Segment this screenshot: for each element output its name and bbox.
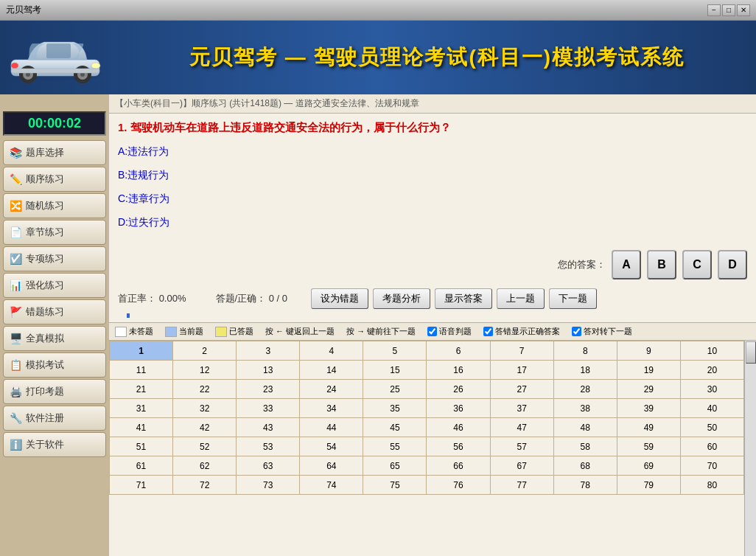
grid-cell-80[interactable]: 80 [681,476,744,495]
grid-cell-20[interactable]: 20 [681,361,744,380]
maximize-button[interactable]: □ [722,4,735,16]
sidebar-btn-random[interactable]: 🔀 随机练习 [3,193,106,218]
sidebar-btn-register[interactable]: 🔧 软件注册 [3,406,106,431]
grid-cell-13[interactable]: 13 [237,361,300,380]
sidebar-btn-question-bank[interactable]: 📚 题库选择 [3,140,106,165]
grid-cell-71[interactable]: 71 [110,476,173,495]
grid-cell-9[interactable]: 9 [617,341,681,361]
grid-cell-40[interactable]: 40 [681,399,744,418]
grid-cell-42[interactable]: 42 [173,418,237,437]
grid-cell-72[interactable]: 72 [173,476,237,495]
grid-cell-38[interactable]: 38 [554,399,617,418]
mark-mistake-button[interactable]: 设为错题 [311,288,368,309]
scrollbar-thumb[interactable] [746,341,756,364]
option-b[interactable]: B:违规行为 [118,167,747,184]
grid-cell-51[interactable]: 51 [110,437,173,456]
correct-display-checkbox[interactable] [483,327,493,336]
grid-cell-52[interactable]: 52 [173,437,237,456]
grid-cell-50[interactable]: 50 [681,418,744,437]
grid-cell-36[interactable]: 36 [427,399,490,418]
voice-checkbox[interactable] [427,327,437,336]
grid-cell-69[interactable]: 69 [617,456,681,476]
grid-cell-77[interactable]: 77 [491,476,554,495]
grid-cell-37[interactable]: 37 [491,399,554,418]
grid-cell-23[interactable]: 23 [237,380,300,399]
grid-cell-30[interactable]: 30 [681,380,744,399]
grid-cell-60[interactable]: 60 [681,437,744,456]
option-d[interactable]: D:过失行为 [118,215,747,231]
grid-cell-24[interactable]: 24 [300,380,363,399]
grid-cell-6[interactable]: 6 [427,341,490,361]
grid-cell-41[interactable]: 41 [110,418,173,437]
grid-cell-64[interactable]: 64 [300,456,363,476]
grid-cell-59[interactable]: 59 [617,437,681,456]
sidebar-btn-chapter[interactable]: 📄 章节练习 [3,220,106,245]
grid-cell-19[interactable]: 19 [617,361,681,380]
option-a[interactable]: A:违法行为 [118,144,747,160]
sidebar-btn-sequential[interactable]: ✏️ 顺序练习 [3,167,106,192]
grid-cell-45[interactable]: 45 [363,418,427,437]
grid-cell-31[interactable]: 31 [110,399,173,418]
grid-cell-67[interactable]: 67 [491,456,554,476]
grid-cell-5[interactable]: 5 [363,341,427,361]
grid-cell-22[interactable]: 22 [173,380,237,399]
next-button[interactable]: 下一题 [549,288,597,309]
minimize-button[interactable]: − [707,4,721,16]
grid-cell-76[interactable]: 76 [427,476,490,495]
grid-cell-32[interactable]: 32 [173,399,237,418]
grid-cell-79[interactable]: 79 [617,476,681,495]
sidebar-btn-about[interactable]: ℹ️ 关于软件 [3,432,106,457]
grid-cell-75[interactable]: 75 [363,476,427,495]
grid-cell-74[interactable]: 74 [300,476,363,495]
auto-next-checkbox-label[interactable]: 答对转下一题 [572,326,632,337]
sidebar-btn-print[interactable]: 🖨️ 打印考题 [3,379,106,404]
sidebar-btn-mistake[interactable]: 🚩 错题练习 [3,299,106,324]
grid-cell-68[interactable]: 68 [554,456,617,476]
grid-cell-2[interactable]: 2 [173,341,237,361]
grid-cell-15[interactable]: 15 [363,361,427,380]
grid-cell-73[interactable]: 73 [237,476,300,495]
close-button[interactable]: ✕ [737,4,750,16]
grid-cell-3[interactable]: 3 [237,341,300,361]
grid-cell-54[interactable]: 54 [300,437,363,456]
option-c[interactable]: C:违章行为 [118,191,747,207]
grid-cell-21[interactable]: 21 [110,380,173,399]
grid-cell-47[interactable]: 47 [491,418,554,437]
grid-cell-29[interactable]: 29 [617,380,681,399]
grid-cell-57[interactable]: 57 [491,437,554,456]
grid-cell-48[interactable]: 48 [554,418,617,437]
grid-cell-49[interactable]: 49 [617,418,681,437]
grid-cell-7[interactable]: 7 [491,341,554,361]
grid-cell-33[interactable]: 33 [237,399,300,418]
grid-cell-8[interactable]: 8 [554,341,617,361]
grid-cell-18[interactable]: 18 [554,361,617,380]
answer-btn-b[interactable]: B [647,250,676,279]
grid-cell-14[interactable]: 14 [300,361,363,380]
grid-cell-61[interactable]: 61 [110,456,173,476]
answer-btn-c[interactable]: C [682,250,712,279]
voice-checkbox-label[interactable]: 语音判题 [427,326,472,337]
show-answer-button[interactable]: 显示答案 [435,288,492,309]
sidebar-btn-special[interactable]: ☑️ 专项练习 [3,246,106,271]
grid-cell-35[interactable]: 35 [363,399,427,418]
grid-cell-12[interactable]: 12 [173,361,237,380]
grid-cell-27[interactable]: 27 [491,380,554,399]
grid-cell-55[interactable]: 55 [363,437,427,456]
grid-cell-26[interactable]: 26 [427,380,490,399]
analyze-button[interactable]: 考题分析 [373,288,430,309]
grid-cell-78[interactable]: 78 [554,476,617,495]
grid-cell-4[interactable]: 4 [300,341,363,361]
grid-cell-28[interactable]: 28 [554,380,617,399]
grid-cell-56[interactable]: 56 [427,437,490,456]
grid-cell-65[interactable]: 65 [363,456,427,476]
grid-cell-17[interactable]: 17 [491,361,554,380]
grid-cell-58[interactable]: 58 [554,437,617,456]
grid-cell-44[interactable]: 44 [300,418,363,437]
grid-cell-10[interactable]: 10 [681,341,744,361]
sidebar-btn-fullsim[interactable]: 🖥️ 全真模拟 [3,326,106,351]
sidebar-btn-intensive[interactable]: 📊 强化练习 [3,273,106,298]
grid-cell-43[interactable]: 43 [237,418,300,437]
grid-cell-39[interactable]: 39 [617,399,681,418]
answer-btn-a[interactable]: A [612,250,641,279]
grid-cell-1[interactable]: 1 [110,341,173,361]
